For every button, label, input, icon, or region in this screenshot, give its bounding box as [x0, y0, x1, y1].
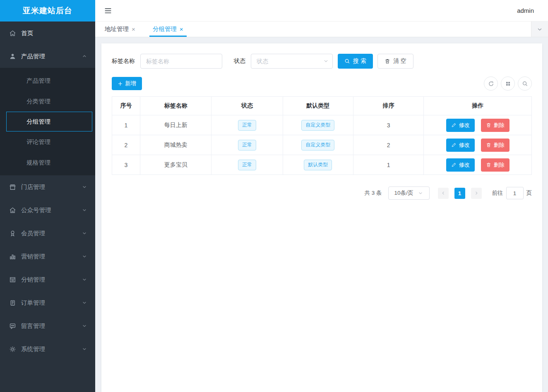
toolbar-row: 新增: [112, 76, 532, 91]
table-row: 2 商城热卖 正常 自定义类型 2 修改: [112, 135, 532, 155]
trash-icon: [486, 142, 491, 148]
hamburger-icon[interactable]: [103, 6, 113, 15]
chevron-down-icon: [418, 191, 423, 196]
delete-button[interactable]: 删除: [481, 158, 510, 172]
chevron-right-icon: [474, 191, 479, 196]
sidebar-item-label: 会员管理: [21, 229, 45, 237]
sidebar-item-label: 公众号管理: [21, 206, 51, 214]
name-filter-input[interactable]: [140, 54, 222, 69]
type-badge: 自定义类型: [301, 140, 334, 151]
type-badge: 默认类型: [304, 160, 332, 170]
chevron-down-icon: [82, 323, 87, 328]
sidebar-item-home[interactable]: 首页: [0, 22, 95, 45]
sidebar-item-comment-manage[interactable]: 评论管理: [0, 131, 95, 152]
tab-address-manage[interactable]: 地址管理 ×: [101, 22, 139, 37]
app-logo: 亚米建站后台: [0, 0, 95, 22]
filter-row: 标签名称 状态 搜 索: [112, 54, 532, 69]
table-row: 3 更多宝贝 正常 默认类型 1 修改: [112, 155, 532, 175]
close-icon[interactable]: ×: [132, 26, 135, 32]
search-button[interactable]: 搜 索: [338, 54, 373, 69]
next-page-button[interactable]: [471, 188, 482, 199]
delete-button[interactable]: 删除: [481, 119, 510, 132]
col-header-ops: 操作: [424, 97, 532, 115]
status-select-input[interactable]: [251, 54, 333, 69]
pencil-icon: [451, 162, 457, 167]
table-row: 1 每日上新 正常 自定义类型 3 修改: [112, 115, 532, 135]
col-header-index: 序号: [112, 97, 140, 115]
sidebar-item-system[interactable]: 系统管理: [0, 337, 95, 361]
status-badge: 正常: [238, 160, 256, 170]
refresh-button[interactable]: [484, 76, 498, 91]
chevron-down-icon: [82, 184, 87, 189]
sidebar-item-products[interactable]: 产品管理: [0, 45, 95, 68]
status-badge: 正常: [238, 140, 256, 151]
order-icon: [9, 299, 17, 306]
pencil-icon: [451, 142, 457, 148]
trash-icon: [486, 162, 491, 167]
official-account-icon: [9, 206, 17, 214]
top-header: admin: [95, 0, 548, 22]
status-filter-label: 状态: [234, 57, 245, 65]
chevron-down-icon: [82, 277, 87, 282]
sidebar-item-orders[interactable]: 订单管理: [0, 291, 95, 314]
tab-group-manage[interactable]: 分组管理 ×: [149, 22, 187, 37]
sidebar-item-label: 系统管理: [21, 345, 45, 353]
name-filter-label: 标签名称: [112, 57, 135, 65]
cell-index: 2: [112, 135, 140, 155]
grid-icon: [505, 81, 511, 86]
edit-button[interactable]: 修改: [446, 119, 475, 132]
add-button[interactable]: 新增: [112, 77, 142, 90]
clear-button[interactable]: 清 空: [377, 54, 413, 69]
app-root: 亚米建站后台 首页 产品管理 产品管理 分类管理 分组管理: [0, 0, 548, 392]
col-header-name: 标签名称: [140, 97, 211, 115]
status-filter-select[interactable]: [251, 54, 333, 69]
cell-index: 1: [112, 115, 140, 135]
col-header-sort: 排序: [353, 97, 424, 115]
message-icon: [9, 322, 17, 330]
page-number-button[interactable]: 1: [454, 188, 465, 199]
column-settings-button[interactable]: [501, 76, 515, 91]
tabbar-dropdown-button[interactable]: [531, 22, 548, 37]
delete-button[interactable]: 删除: [481, 139, 510, 152]
sidebar-menu: 首页 产品管理 产品管理 分类管理 分组管理 评论管理 规格管理: [0, 22, 95, 392]
sidebar-item-group-manage[interactable]: 分组管理: [6, 112, 92, 131]
sidebar-item-spec-manage[interactable]: 规格管理: [0, 152, 95, 173]
tab-bar: 地址管理 × 分组管理 ×: [95, 22, 548, 37]
prev-page-button[interactable]: [438, 188, 449, 199]
sidebar-item-category-manage[interactable]: 分类管理: [0, 91, 95, 112]
home-icon: [9, 29, 17, 37]
table-tools: [484, 76, 532, 91]
data-table: 序号 标签名称 状态 默认类型 排序 操作 1 每日上新 正常: [112, 96, 532, 175]
sidebar: 亚米建站后台 首页 产品管理 产品管理 分类管理 分组管理: [0, 0, 95, 392]
sidebar-item-members[interactable]: 会员管理: [0, 222, 95, 245]
sidebar-submenu-products: 产品管理 分类管理 分组管理 评论管理 规格管理: [0, 68, 95, 175]
sidebar-item-stores[interactable]: 门店管理: [0, 175, 95, 198]
sidebar-item-label: 营销管理: [21, 253, 45, 261]
close-icon[interactable]: ×: [180, 26, 183, 32]
trash-icon: [385, 58, 390, 64]
goto-page-input[interactable]: [506, 187, 524, 199]
sidebar-item-messages[interactable]: 留言管理: [0, 314, 95, 337]
distribution-icon: [9, 276, 17, 283]
cell-name: 商城热卖: [140, 135, 211, 155]
sidebar-item-label: 留言管理: [21, 322, 45, 330]
chevron-down-icon: [82, 300, 87, 305]
cell-name: 更多宝贝: [140, 155, 211, 175]
user-icon: [9, 53, 17, 60]
pencil-icon: [451, 122, 457, 128]
store-icon: [9, 183, 17, 191]
goto-label: 前往: [492, 189, 503, 197]
page-size-select[interactable]: 10条/页: [388, 186, 430, 200]
user-menu[interactable]: admin: [517, 7, 534, 14]
edit-button[interactable]: 修改: [446, 139, 475, 152]
cell-sort: 3: [353, 115, 424, 135]
sidebar-item-label: 分销管理: [21, 276, 45, 284]
sidebar-item-product-manage[interactable]: 产品管理: [0, 70, 95, 91]
member-icon: [9, 229, 17, 237]
sidebar-item-official-account[interactable]: 公众号管理: [0, 198, 95, 222]
sidebar-item-distribution[interactable]: 分销管理: [0, 268, 95, 291]
search-toggle-button[interactable]: [518, 76, 532, 91]
edit-button[interactable]: 修改: [446, 158, 475, 172]
sidebar-item-marketing[interactable]: 营销管理: [0, 245, 95, 268]
chevron-up-icon: [82, 54, 87, 59]
